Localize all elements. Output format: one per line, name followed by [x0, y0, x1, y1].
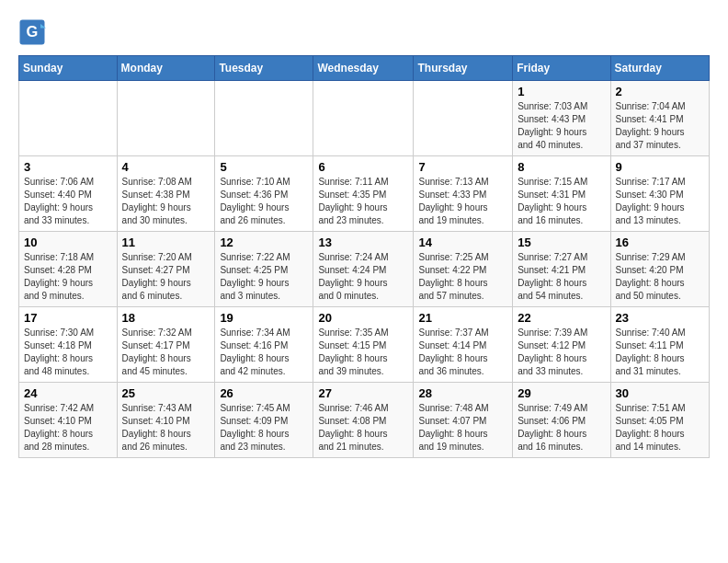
- day-info: Sunrise: 7:13 AM Sunset: 4:33 PM Dayligh…: [418, 176, 507, 227]
- header-day-monday: Monday: [117, 56, 215, 81]
- week-row-4: 17Sunrise: 7:30 AM Sunset: 4:18 PM Dayli…: [19, 307, 710, 383]
- day-info: Sunrise: 7:20 AM Sunset: 4:27 PM Dayligh…: [122, 251, 210, 303]
- calendar-cell: 18Sunrise: 7:32 AM Sunset: 4:17 PM Dayli…: [117, 307, 215, 383]
- header-day-tuesday: Tuesday: [215, 56, 313, 81]
- calendar-table: SundayMondayTuesdayWednesdayThursdayFrid…: [18, 55, 710, 458]
- calendar-header-row: SundayMondayTuesdayWednesdayThursdayFrid…: [19, 56, 710, 81]
- week-row-2: 3Sunrise: 7:06 AM Sunset: 4:40 PM Daylig…: [19, 156, 710, 232]
- day-number: 2: [616, 85, 704, 98]
- day-info: Sunrise: 7:10 AM Sunset: 4:36 PM Dayligh…: [220, 176, 308, 227]
- logo: G: [18, 18, 48, 46]
- calendar-cell: 16Sunrise: 7:29 AM Sunset: 4:20 PM Dayli…: [610, 232, 709, 307]
- calendar-cell: [117, 81, 215, 156]
- day-number: 24: [24, 386, 112, 400]
- calendar-cell: 14Sunrise: 7:25 AM Sunset: 4:22 PM Dayli…: [414, 232, 513, 307]
- day-number: 13: [318, 236, 408, 249]
- calendar-cell: 25Sunrise: 7:43 AM Sunset: 4:10 PM Dayli…: [117, 383, 215, 458]
- calendar-cell: 23Sunrise: 7:40 AM Sunset: 4:11 PM Dayli…: [610, 307, 709, 383]
- day-number: 19: [220, 311, 308, 325]
- day-info: Sunrise: 7:35 AM Sunset: 4:15 PM Dayligh…: [318, 327, 408, 378]
- calendar-cell: [215, 81, 313, 156]
- calendar-cell: 4Sunrise: 7:08 AM Sunset: 4:38 PM Daylig…: [117, 156, 215, 232]
- day-info: Sunrise: 7:15 AM Sunset: 4:31 PM Dayligh…: [518, 176, 605, 227]
- calendar-cell: 15Sunrise: 7:27 AM Sunset: 4:21 PM Dayli…: [513, 232, 610, 307]
- header-day-sunday: Sunday: [19, 56, 118, 81]
- day-info: Sunrise: 7:42 AM Sunset: 4:10 PM Dayligh…: [24, 402, 112, 454]
- calendar-cell: [414, 81, 513, 156]
- day-info: Sunrise: 7:39 AM Sunset: 4:12 PM Dayligh…: [518, 327, 605, 378]
- day-number: 26: [220, 386, 308, 400]
- day-number: 21: [418, 311, 507, 325]
- day-number: 10: [24, 236, 112, 249]
- day-number: 18: [122, 311, 210, 325]
- calendar-cell: 21Sunrise: 7:37 AM Sunset: 4:14 PM Dayli…: [414, 307, 513, 383]
- day-info: Sunrise: 7:06 AM Sunset: 4:40 PM Dayligh…: [24, 176, 112, 227]
- calendar-cell: 9Sunrise: 7:17 AM Sunset: 4:30 PM Daylig…: [610, 156, 709, 232]
- day-number: 28: [418, 386, 507, 400]
- calendar-cell: 19Sunrise: 7:34 AM Sunset: 4:16 PM Dayli…: [215, 307, 313, 383]
- day-number: 17: [24, 311, 112, 325]
- day-info: Sunrise: 7:08 AM Sunset: 4:38 PM Dayligh…: [122, 176, 210, 227]
- header-day-thursday: Thursday: [414, 56, 513, 81]
- day-info: Sunrise: 7:24 AM Sunset: 4:24 PM Dayligh…: [318, 251, 408, 303]
- day-number: 30: [616, 386, 704, 400]
- day-number: 20: [318, 311, 408, 325]
- calendar-cell: [313, 81, 414, 156]
- week-row-3: 10Sunrise: 7:18 AM Sunset: 4:28 PM Dayli…: [19, 232, 710, 307]
- day-info: Sunrise: 7:34 AM Sunset: 4:16 PM Dayligh…: [220, 327, 308, 378]
- day-info: Sunrise: 7:27 AM Sunset: 4:21 PM Dayligh…: [518, 251, 605, 303]
- day-info: Sunrise: 7:43 AM Sunset: 4:10 PM Dayligh…: [122, 402, 210, 454]
- day-number: 7: [418, 160, 507, 174]
- day-number: 16: [616, 236, 704, 249]
- calendar-cell: 3Sunrise: 7:06 AM Sunset: 4:40 PM Daylig…: [19, 156, 118, 232]
- calendar-cell: 7Sunrise: 7:13 AM Sunset: 4:33 PM Daylig…: [414, 156, 513, 232]
- day-info: Sunrise: 7:18 AM Sunset: 4:28 PM Dayligh…: [24, 251, 112, 303]
- day-number: 27: [318, 386, 408, 400]
- day-info: Sunrise: 7:45 AM Sunset: 4:09 PM Dayligh…: [220, 402, 308, 454]
- header-day-friday: Friday: [513, 56, 610, 81]
- day-number: 23: [616, 311, 704, 325]
- calendar-cell: 6Sunrise: 7:11 AM Sunset: 4:35 PM Daylig…: [313, 156, 414, 232]
- day-info: Sunrise: 7:25 AM Sunset: 4:22 PM Dayligh…: [418, 251, 507, 303]
- day-info: Sunrise: 7:11 AM Sunset: 4:35 PM Dayligh…: [318, 176, 408, 227]
- calendar-cell: 2Sunrise: 7:04 AM Sunset: 4:41 PM Daylig…: [610, 81, 709, 156]
- day-number: 1: [518, 85, 605, 98]
- day-info: Sunrise: 7:03 AM Sunset: 4:43 PM Dayligh…: [518, 100, 605, 152]
- day-info: Sunrise: 7:51 AM Sunset: 4:05 PM Dayligh…: [616, 402, 704, 454]
- calendar-cell: 29Sunrise: 7:49 AM Sunset: 4:06 PM Dayli…: [513, 383, 610, 458]
- calendar-cell: 17Sunrise: 7:30 AM Sunset: 4:18 PM Dayli…: [19, 307, 118, 383]
- day-number: 4: [122, 160, 210, 174]
- day-number: 22: [518, 311, 605, 325]
- calendar-cell: 8Sunrise: 7:15 AM Sunset: 4:31 PM Daylig…: [513, 156, 610, 232]
- day-info: Sunrise: 7:17 AM Sunset: 4:30 PM Dayligh…: [616, 176, 704, 227]
- day-info: Sunrise: 7:30 AM Sunset: 4:18 PM Dayligh…: [24, 327, 112, 378]
- calendar-cell: 20Sunrise: 7:35 AM Sunset: 4:15 PM Dayli…: [313, 307, 414, 383]
- calendar-cell: 11Sunrise: 7:20 AM Sunset: 4:27 PM Dayli…: [117, 232, 215, 307]
- day-info: Sunrise: 7:46 AM Sunset: 4:08 PM Dayligh…: [318, 402, 408, 454]
- day-info: Sunrise: 7:22 AM Sunset: 4:25 PM Dayligh…: [220, 251, 308, 303]
- calendar-cell: 26Sunrise: 7:45 AM Sunset: 4:09 PM Dayli…: [215, 383, 313, 458]
- day-number: 8: [518, 160, 605, 174]
- day-number: 25: [122, 386, 210, 400]
- header-day-wednesday: Wednesday: [313, 56, 414, 81]
- calendar-cell: 22Sunrise: 7:39 AM Sunset: 4:12 PM Dayli…: [513, 307, 610, 383]
- day-info: Sunrise: 7:49 AM Sunset: 4:06 PM Dayligh…: [518, 402, 605, 454]
- day-number: 29: [518, 386, 605, 400]
- calendar-cell: 24Sunrise: 7:42 AM Sunset: 4:10 PM Dayli…: [19, 383, 118, 458]
- day-number: 12: [220, 236, 308, 249]
- week-row-5: 24Sunrise: 7:42 AM Sunset: 4:10 PM Dayli…: [19, 383, 710, 458]
- calendar-cell: 30Sunrise: 7:51 AM Sunset: 4:05 PM Dayli…: [610, 383, 709, 458]
- day-number: 15: [518, 236, 605, 249]
- day-info: Sunrise: 7:48 AM Sunset: 4:07 PM Dayligh…: [418, 402, 507, 454]
- day-number: 3: [24, 160, 112, 174]
- day-number: 14: [418, 236, 507, 249]
- day-info: Sunrise: 7:37 AM Sunset: 4:14 PM Dayligh…: [418, 327, 507, 378]
- calendar-cell: 27Sunrise: 7:46 AM Sunset: 4:08 PM Dayli…: [313, 383, 414, 458]
- day-number: 5: [220, 160, 308, 174]
- logo-icon: G: [18, 18, 46, 46]
- header-day-saturday: Saturday: [610, 56, 709, 81]
- week-row-1: 1Sunrise: 7:03 AM Sunset: 4:43 PM Daylig…: [19, 81, 710, 156]
- day-number: 6: [318, 160, 408, 174]
- day-info: Sunrise: 7:32 AM Sunset: 4:17 PM Dayligh…: [122, 327, 210, 378]
- day-number: 11: [122, 236, 210, 249]
